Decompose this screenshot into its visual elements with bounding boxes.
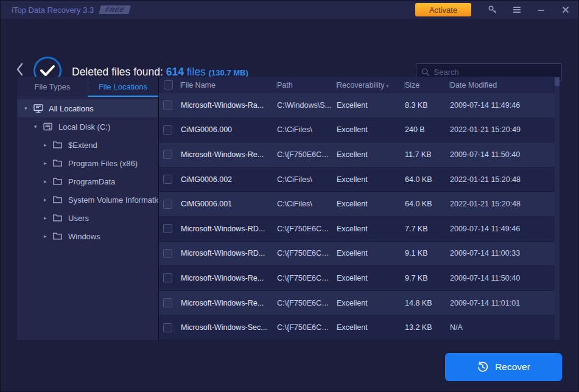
table-row[interactable]: Microsoft-Windows-RD... C:\{F750E6C3-...…	[159, 217, 555, 242]
cell-file-name: CiMG0006.002	[181, 175, 277, 184]
expander-icon[interactable]: ▸	[44, 197, 52, 203]
computer-icon	[33, 103, 44, 113]
cell-recoverability: Excellent	[337, 323, 405, 332]
cell-path: C:\{F750E6C3-...	[277, 299, 337, 307]
row-checkbox[interactable]	[163, 273, 172, 282]
table-scrollbar[interactable]	[555, 77, 560, 340]
cell-file-name: Microsoft-Windows-Re...	[181, 150, 277, 159]
tree-item[interactable]: ▸ ProgramData	[17, 172, 158, 191]
cell-size: 64.0 KB	[405, 175, 450, 184]
row-checkbox[interactable]	[163, 249, 172, 258]
cell-recoverability: Excellent	[337, 101, 405, 110]
row-checkbox[interactable]	[163, 150, 172, 159]
column-size[interactable]: Size	[405, 81, 450, 89]
table-row[interactable]: CiMG0006.002 C:\CiFiles\ Excellent 64.0 …	[159, 167, 555, 192]
cell-path: C:\{F750E6C3-...	[277, 150, 337, 159]
license-key-icon[interactable]	[485, 3, 500, 16]
cell-date-modified: 2022-01-21 15:20:49	[450, 125, 555, 134]
cell-date-modified: 2009-07-14 11:49:46	[450, 101, 555, 110]
tree-item-label: ProgramData	[68, 177, 115, 186]
table-body: Microsoft-Windows-Ra... C:\Windows\S... …	[159, 93, 555, 340]
expander-icon[interactable]: ▸	[44, 160, 52, 166]
table-row[interactable]: Microsoft-Windows-Re... C:\{F750E6C3-...…	[159, 142, 555, 167]
row-checkbox[interactable]	[163, 100, 172, 110]
table-row[interactable]: Microsoft-Windows-Sec... C:\{F750E6C3-..…	[159, 315, 555, 340]
result-files-word: files	[184, 66, 209, 78]
cell-recoverability: Excellent	[337, 125, 405, 134]
cell-date-modified: 2009-07-14 11:49:46	[450, 225, 555, 233]
row-checkbox[interactable]	[163, 175, 172, 184]
table-row[interactable]: CiMG0006.000 C:\CiFiles\ Excellent 240 B…	[159, 118, 555, 143]
column-recoverability[interactable]: Recoverability▾	[337, 81, 405, 89]
expander-icon[interactable]: ▸	[44, 215, 52, 221]
tree-item[interactable]: ▸ System Volume Information	[17, 191, 158, 209]
tree-item-label: Windows	[68, 232, 100, 241]
tree-item[interactable]: ▸ Users	[17, 209, 158, 227]
folder-icon	[52, 177, 63, 186]
tree-item-label: Program Files (x86)	[68, 159, 138, 168]
tree-item[interactable]: ▸ $Extend	[17, 136, 158, 154]
table-row[interactable]: Microsoft-Windows-Re... C:\{F750E6C3-...…	[159, 291, 555, 316]
cell-file-name: Microsoft-Windows-Re...	[181, 299, 277, 307]
cell-size: 11.7 KB	[405, 150, 450, 159]
cell-date-modified: 2022-01-21 15:20:48	[450, 200, 555, 208]
search-input[interactable]	[434, 68, 556, 77]
scrollbar-thumb[interactable]	[555, 77, 560, 86]
tree-item[interactable]: ▾ Local Disk (C:)	[17, 117, 158, 136]
sidebar: File Types File Locations ▾ All Location…	[17, 77, 158, 340]
expander-icon[interactable]: ▾	[34, 124, 43, 130]
expander-icon[interactable]: ▸	[44, 142, 52, 148]
cell-path: C:\CiFiles\	[277, 125, 337, 134]
folder-icon	[52, 140, 63, 149]
recover-button-label: Recover	[495, 362, 530, 373]
folder-icon	[52, 195, 63, 204]
table-row[interactable]: Microsoft-Windows-RD... C:\{F750E6C3-...…	[159, 242, 555, 267]
cell-size: 14.8 KB	[405, 299, 450, 307]
tab-file-types[interactable]: File Types	[17, 77, 88, 97]
menu-icon[interactable]	[509, 3, 525, 16]
folder-icon	[52, 213, 63, 222]
minimize-icon[interactable]	[533, 3, 549, 16]
cell-size: 9.7 KB	[405, 274, 450, 282]
location-tree: ▾ All Locations ▾	[17, 97, 158, 245]
expander-icon[interactable]: ▾	[24, 105, 33, 111]
cell-path: C:\CiFiles\	[277, 200, 337, 208]
cell-path: C:\{F750E6C3-...	[277, 249, 337, 257]
column-date-modified[interactable]: Date Modified	[450, 81, 555, 89]
cell-recoverability: Excellent	[337, 225, 405, 233]
close-icon[interactable]	[558, 3, 574, 16]
row-checkbox[interactable]	[163, 298, 172, 307]
cell-file-name: Microsoft-Windows-Ra...	[181, 101, 277, 110]
recover-button[interactable]: Recover	[445, 353, 562, 381]
app-title: iTop Data Recovery 3.3	[12, 5, 94, 15]
cell-recoverability: Excellent	[337, 299, 405, 307]
row-checkbox[interactable]	[163, 200, 172, 209]
search-icon	[421, 68, 430, 77]
results-header: Deleted files found: 614 files (130.7 MB…	[1, 19, 579, 77]
cell-path: C:\{F750E6C3-...	[277, 225, 337, 233]
tree-item[interactable]: ▸ Windows	[17, 227, 158, 245]
expander-icon[interactable]: ▸	[44, 233, 52, 239]
cell-size: 9.1 KB	[405, 249, 450, 257]
tree-item-label: Local Disk (C:)	[58, 122, 110, 131]
table-header: File Name Path Recoverability▾ Size Date…	[159, 77, 555, 93]
tree-item[interactable]: ▾ All Locations	[17, 99, 158, 117]
table-row[interactable]: Microsoft-Windows-Ra... C:\Windows\S... …	[159, 93, 555, 118]
cell-size: 7.7 KB	[405, 225, 450, 233]
row-checkbox[interactable]	[163, 323, 172, 332]
row-checkbox[interactable]	[163, 125, 172, 135]
tree-item[interactable]: ▸ Program Files (x86)	[17, 154, 158, 172]
table-row[interactable]: Microsoft-Windows-Re... C:\{F750E6C3-...…	[159, 266, 555, 291]
column-file-name[interactable]: File Name	[181, 81, 277, 89]
table-row[interactable]: CiMG0006.001 C:\CiFiles\ Excellent 64.0 …	[159, 192, 555, 217]
result-title: Deleted files found:	[72, 66, 166, 78]
select-all-checkbox[interactable]	[164, 80, 173, 89]
activate-button[interactable]: Activate	[415, 3, 471, 16]
row-checkbox[interactable]	[163, 224, 172, 233]
tab-file-locations[interactable]: File Locations	[88, 77, 158, 97]
cell-date-modified: 2009-07-14 11:50:40	[450, 274, 555, 282]
tree-item-label: $Extend	[68, 141, 97, 150]
column-path[interactable]: Path	[277, 81, 337, 89]
expander-icon[interactable]: ▸	[44, 178, 52, 184]
result-count: 614	[166, 66, 184, 78]
